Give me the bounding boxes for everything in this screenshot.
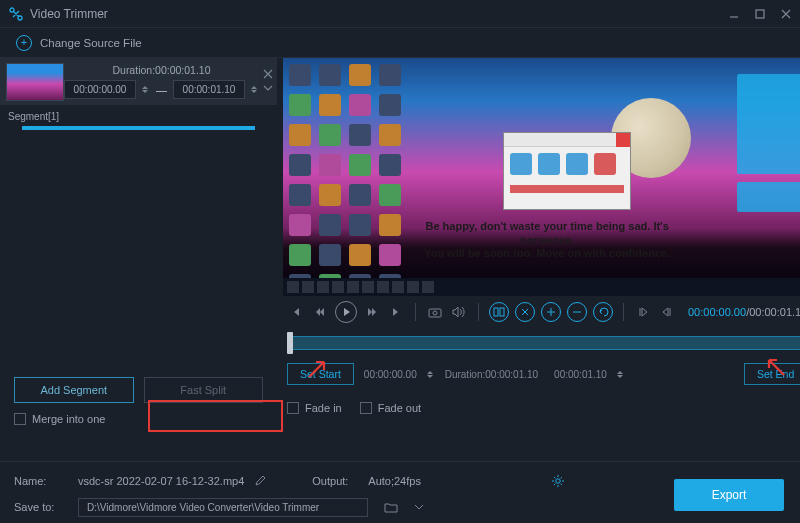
- segment-row[interactable]: Duration:00:00:01.10 00:00:00.00 — 00:00…: [0, 58, 277, 106]
- name-value: vsdc-sr 2022-02-07 16-12-32.mp4: [78, 475, 244, 487]
- trim-inputs-row: Set Start 00:00:00.00 Duration:00:00:01.…: [283, 360, 800, 388]
- mark-in-button[interactable]: [634, 303, 652, 321]
- play-button[interactable]: [335, 301, 357, 323]
- export-button[interactable]: Export: [674, 479, 784, 511]
- segment-label: Segment[1]: [0, 106, 277, 126]
- remove-segment-icon[interactable]: [263, 69, 273, 79]
- path-dropdown-icon[interactable]: [414, 502, 424, 512]
- trim-duration-label: Duration:00:00:01.10: [439, 369, 544, 380]
- segments-panel: Duration:00:00:01.10 00:00:00.00 — 00:00…: [0, 58, 277, 433]
- svg-point-2: [433, 311, 437, 315]
- app-title: Video Trimmer: [30, 7, 728, 21]
- svg-rect-0: [756, 10, 764, 18]
- trim-handle-start[interactable]: [287, 332, 293, 354]
- merge-checkbox[interactable]: [14, 413, 26, 425]
- preview-panel: Be happy, don't waste your time being sa…: [277, 58, 800, 433]
- output-label: Output:: [312, 475, 358, 487]
- playback-controls: 00:00:00.00/00:00:01.10: [283, 296, 800, 328]
- edit-name-icon[interactable]: [254, 475, 266, 487]
- video-preview[interactable]: Be happy, don't waste your time being sa…: [283, 58, 800, 296]
- fade-out-checkbox[interactable]: [360, 402, 372, 414]
- save-to-label: Save to:: [14, 501, 68, 513]
- svg-rect-3: [494, 308, 498, 316]
- cut-button[interactable]: [515, 302, 535, 322]
- output-value: Auto;24fps: [368, 475, 421, 487]
- collapse-icon[interactable]: [263, 83, 273, 93]
- toolbar: + Change Source File: [0, 28, 800, 58]
- browse-folder-icon[interactable]: [384, 501, 398, 513]
- add-source-icon[interactable]: +: [16, 35, 32, 51]
- segment-duration-label: Duration:00:00:01.10: [112, 64, 210, 78]
- start-stepper[interactable]: [142, 86, 150, 93]
- svg-rect-1: [429, 309, 441, 317]
- title-bar: Video Trimmer: [0, 0, 800, 28]
- fade-in-checkbox[interactable]: [287, 402, 299, 414]
- snapshot-button[interactable]: [426, 303, 444, 321]
- name-label: Name:: [14, 475, 68, 487]
- mark-out-button[interactable]: [658, 303, 676, 321]
- output-settings-icon[interactable]: [551, 474, 565, 488]
- fast-split-button[interactable]: Fast Split: [144, 377, 264, 403]
- segment-progress: [22, 126, 255, 130]
- prev-frame-button[interactable]: [287, 303, 305, 321]
- fade-out-label: Fade out: [378, 402, 421, 414]
- app-logo-icon: [8, 6, 24, 22]
- fade-in-label: Fade in: [305, 402, 342, 414]
- minimize-button[interactable]: [728, 8, 740, 20]
- end-time-stepper[interactable]: [617, 371, 625, 378]
- end-stepper[interactable]: [251, 86, 259, 93]
- start-time-value[interactable]: 00:00:00.00: [358, 369, 423, 380]
- segment-end-input[interactable]: 00:00:01.10: [173, 80, 245, 99]
- segment-start-input[interactable]: 00:00:00.00: [64, 80, 136, 99]
- dash-label: —: [156, 83, 167, 97]
- arrow-annotation-right: [765, 356, 785, 376]
- bottom-bar: Name: vsdc-sr 2022-02-07 16-12-32.mp4 Ou…: [0, 461, 800, 523]
- save-path-input[interactable]: D:\Vidmore\Vidmore Video Converter\Video…: [78, 498, 368, 517]
- svg-rect-4: [500, 308, 504, 316]
- merge-label: Merge into one: [32, 413, 105, 425]
- step-fwd-button[interactable]: [363, 303, 381, 321]
- maximize-button[interactable]: [754, 8, 766, 20]
- playback-time: 00:00:00.00/00:00:01.10: [688, 306, 800, 318]
- video-caption: Be happy, don't waste your time being sa…: [407, 220, 687, 260]
- volume-button[interactable]: [450, 303, 468, 321]
- undo-button[interactable]: [593, 302, 613, 322]
- add-clip-button[interactable]: [541, 302, 561, 322]
- close-button[interactable]: [780, 8, 792, 20]
- start-time-stepper[interactable]: [427, 371, 435, 378]
- remove-clip-button[interactable]: [567, 302, 587, 322]
- add-segment-button[interactable]: Add Segment: [14, 377, 134, 403]
- step-back-button[interactable]: [311, 303, 329, 321]
- next-frame-button[interactable]: [387, 303, 405, 321]
- svg-point-5: [556, 479, 560, 483]
- segment-thumbnail: [6, 63, 64, 101]
- split-view-button[interactable]: [489, 302, 509, 322]
- end-time-value[interactable]: 00:00:01.10: [548, 369, 613, 380]
- change-source-button[interactable]: Change Source File: [40, 37, 142, 49]
- trim-slider[interactable]: [287, 330, 800, 356]
- arrow-annotation-left: [306, 358, 326, 378]
